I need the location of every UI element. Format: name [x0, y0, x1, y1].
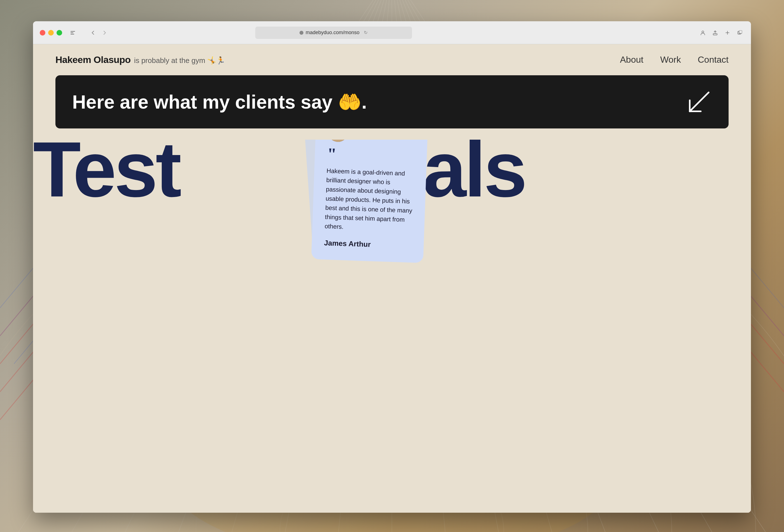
- minimize-button[interactable]: [48, 30, 54, 35]
- svg-point-36: [702, 31, 704, 33]
- quote-mark: ": [327, 147, 415, 164]
- james-arthur-avatar: [328, 140, 348, 142]
- person-icon[interactable]: [698, 28, 707, 37]
- refresh-icon: ↻: [364, 30, 367, 35]
- url-text: madebyduo.com/monso: [306, 30, 359, 35]
- svg-rect-34: [71, 32, 73, 33]
- share-icon[interactable]: [711, 28, 720, 37]
- window-controls: [40, 30, 62, 35]
- testimonials-section: Testimonnials: [33, 140, 751, 330]
- testimonial-card: " Hakeem is a goal-driven and brilliant …: [311, 140, 428, 263]
- testimonial-text: Hakeem is a goal-driven and brilliant de…: [325, 166, 414, 234]
- titlebar: madebyduo.com/monso ↻: [33, 21, 751, 44]
- titlebar-actions: [698, 28, 744, 37]
- arrow-down-left-icon: [687, 89, 712, 114]
- lock-icon: [300, 31, 303, 35]
- address-bar[interactable]: madebyduo.com/monso ↻: [255, 27, 412, 39]
- back-button[interactable]: [88, 28, 98, 38]
- close-button[interactable]: [40, 30, 45, 35]
- browser-navigation: [88, 28, 110, 38]
- site-content: Hakeem Olasupo is probably at the gym 🤸🏃…: [33, 44, 751, 513]
- site-navigation: Hakeem Olasupo is probably at the gym 🤸🏃…: [33, 44, 751, 75]
- testimonial-card-wrapper: " Hakeem is a goal-driven and brilliant …: [314, 140, 426, 261]
- new-window-icon[interactable]: [735, 28, 744, 37]
- sidebar-toggle-button[interactable]: [68, 28, 78, 38]
- nav-link-work[interactable]: Work: [660, 55, 681, 65]
- svg-rect-33: [71, 31, 75, 32]
- forward-button[interactable]: [100, 28, 110, 38]
- nav-links: About Work Contact: [620, 55, 729, 65]
- hero-banner: Here are what my clients say 🤲.: [55, 75, 729, 129]
- svg-point-48: [331, 140, 344, 142]
- logo-tagline: is probably at the gym 🤸🏃: [134, 56, 225, 65]
- nav-link-contact[interactable]: Contact: [698, 55, 729, 65]
- svg-rect-37: [713, 34, 717, 35]
- big-text-part1: Test: [33, 140, 179, 213]
- svg-line-43: [690, 92, 709, 111]
- svg-rect-35: [71, 34, 74, 34]
- logo-name: Hakeem Olasupo: [55, 54, 131, 65]
- testimonial-author: James Arthur: [324, 239, 412, 250]
- hero-title: Here are what my clients say 🤲.: [72, 91, 367, 112]
- maximize-button[interactable]: [57, 30, 62, 35]
- svg-rect-42: [739, 30, 742, 33]
- browser-window: madebyduo.com/monso ↻ Hakeem Olasupo is …: [33, 21, 751, 513]
- nav-link-about[interactable]: About: [620, 55, 643, 65]
- site-logo: Hakeem Olasupo is probably at the gym 🤸🏃: [55, 54, 225, 65]
- new-tab-icon[interactable]: [723, 28, 732, 37]
